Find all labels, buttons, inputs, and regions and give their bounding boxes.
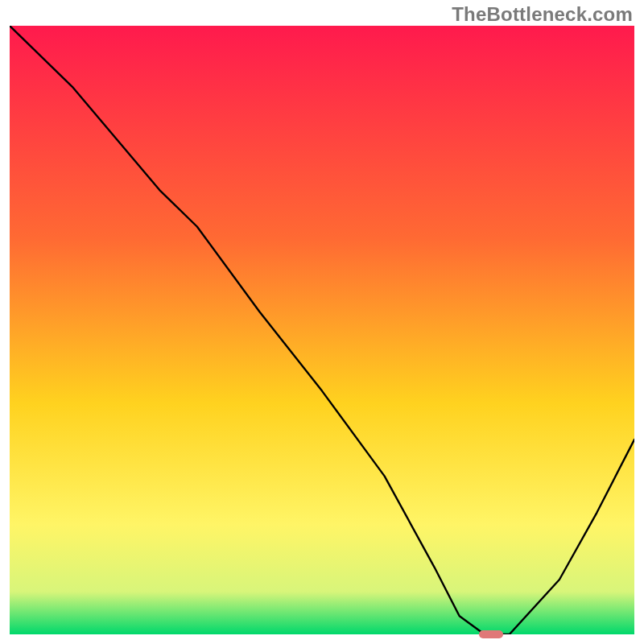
plot-svg	[10, 26, 634, 634]
optimal-marker	[479, 630, 503, 638]
plot-area	[10, 26, 634, 634]
gradient-background	[10, 26, 634, 634]
bottleneck-chart: TheBottleneck.com	[0, 0, 644, 644]
watermark-label: TheBottleneck.com	[452, 3, 633, 26]
